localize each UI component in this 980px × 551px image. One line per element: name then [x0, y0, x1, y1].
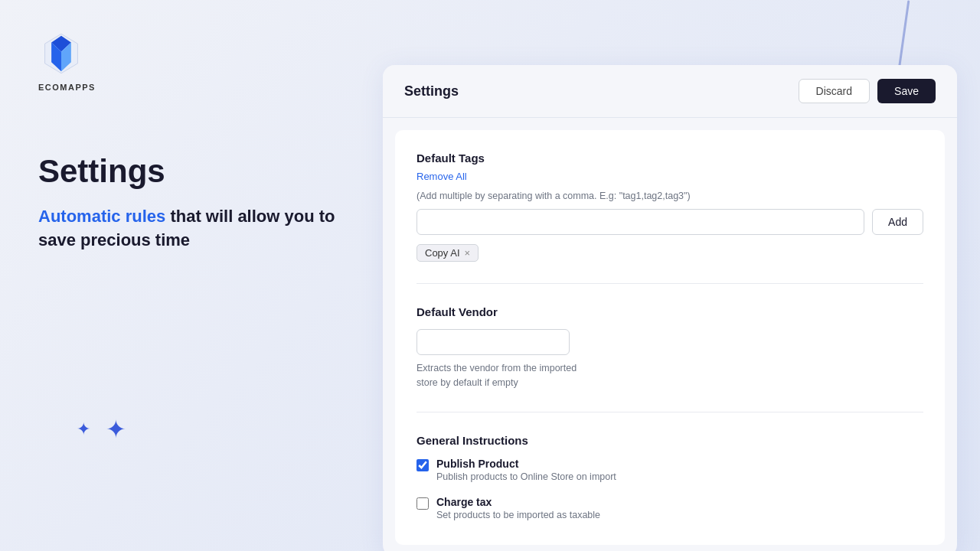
save-button[interactable]: Save — [877, 79, 936, 103]
default-tags-section: Default Tags Remove All (Add multiple by… — [416, 152, 923, 284]
section-header-vendor: Default Vendor — [416, 305, 923, 318]
default-vendor-title: Default Vendor — [416, 305, 498, 318]
tag-chip-label: Copy AI — [425, 247, 460, 259]
tag-input[interactable] — [416, 209, 864, 235]
tags-list: Copy AI × — [416, 244, 923, 262]
add-tag-button[interactable]: Add — [872, 209, 923, 235]
logo-text: ECOMAPPS — [38, 83, 96, 92]
panel-header: Settings Discard Save — [383, 65, 957, 118]
publish-product-label: Publish Product Publish products to Onli… — [436, 458, 616, 482]
hero-subtitle-highlight: Automatic rules — [38, 207, 165, 226]
settings-panel: Settings Discard Save Default Tags Remov… — [383, 65, 957, 551]
hero-subtitle: Automatic rules that will allow you to s… — [38, 205, 337, 253]
panel-content: Default Tags Remove All (Add multiple by… — [395, 130, 945, 545]
hero-title: Settings — [38, 153, 337, 190]
publish-product-checkbox[interactable] — [416, 459, 429, 471]
section-header-instructions: General Instructions — [416, 434, 923, 447]
charge-tax-checkbox[interactable] — [416, 497, 429, 510]
default-tags-title: Default Tags — [416, 152, 485, 165]
charge-tax-label: Charge tax Set products to be imported a… — [436, 496, 600, 520]
charge-tax-sub-label: Set products to be imported as taxable — [436, 510, 600, 520]
tag-input-row: Add — [416, 209, 923, 235]
section-header-tags: Default Tags — [416, 152, 923, 165]
tags-hint: (Add multiple by separating with a comma… — [416, 191, 923, 201]
sparkle-small-icon: ✦ — [77, 419, 90, 439]
general-instructions-title: General Instructions — [416, 434, 528, 447]
tag-chip: Copy AI × — [416, 244, 479, 262]
header-actions: Discard Save — [799, 79, 936, 103]
sparkles: ✦ ✦ — [77, 415, 126, 444]
remove-all-link[interactable]: Remove All — [416, 171, 467, 182]
charge-tax-item: Charge tax Set products to be imported a… — [416, 496, 923, 520]
vendor-input[interactable] — [416, 329, 570, 355]
vendor-hint-line1: Extracts the vendor from the imported — [416, 363, 577, 373]
charge-tax-main-label: Charge tax — [436, 496, 600, 508]
sparkle-large-icon: ✦ — [106, 415, 126, 444]
logo-container: ECOMAPPS — [38, 31, 337, 92]
default-vendor-section: Default Vendor Extracts the vendor from … — [416, 305, 923, 412]
publish-product-main-label: Publish Product — [436, 458, 616, 470]
publish-product-sub-label: Publish products to Online Store on impo… — [436, 471, 616, 482]
logo-icon — [38, 31, 84, 77]
publish-product-item: Publish Product Publish products to Onli… — [416, 458, 923, 482]
vendor-hint: Extracts the vendor from the imported st… — [416, 361, 923, 390]
panel-title: Settings — [404, 83, 459, 99]
tag-chip-close-icon[interactable]: × — [465, 248, 471, 258]
left-panel: ECOMAPPS Settings Automatic rules that w… — [0, 0, 375, 551]
vendor-hint-line2: store by default if empty — [416, 377, 518, 388]
discard-button[interactable]: Discard — [799, 79, 870, 103]
general-instructions-section: General Instructions Publish Product Pub… — [416, 434, 923, 520]
